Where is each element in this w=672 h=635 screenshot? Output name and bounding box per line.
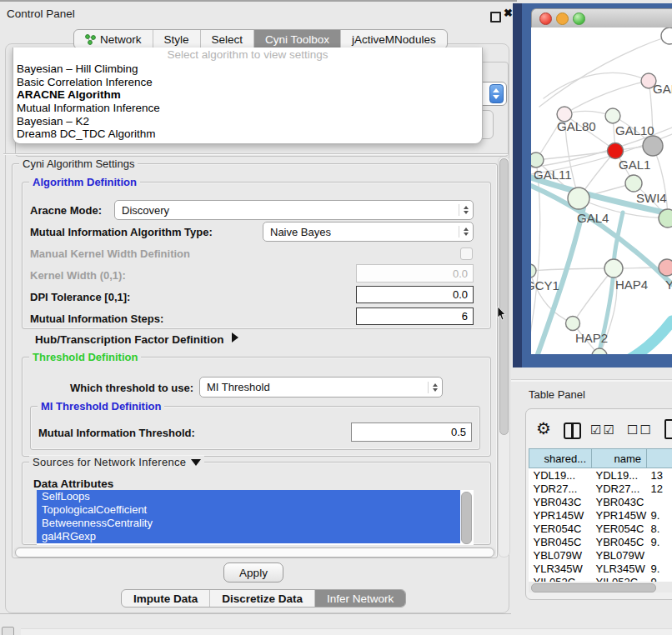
- node-GAL1[interactable]: [608, 143, 624, 159]
- attribute-list-item[interactable]: SelfLoops: [37, 490, 460, 503]
- table-column-header[interactable]: shared...: [529, 449, 592, 468]
- node-label: GAL4: [577, 211, 609, 225]
- combo-stepper-icon[interactable]: [489, 84, 504, 103]
- tab-jactivemnodules[interactable]: jActiveMNodules: [341, 30, 447, 48]
- table-row[interactable]: YPR145WYPR145W9.: [529, 508, 672, 522]
- which-threshold-value: MI Threshold: [200, 381, 428, 393]
- attribute-list-item[interactable]: gal4RGexp: [37, 530, 460, 543]
- gear-icon[interactable]: ⚙: [536, 420, 551, 437]
- network-edge: [564, 81, 649, 114]
- table-horizontal-scrollbar[interactable]: [529, 582, 672, 592]
- table-cell: YER054C: [592, 522, 647, 535]
- node-GAL10[interactable]: [605, 108, 620, 123]
- algorithm-option[interactable]: Dream8 DC_TDC Algorithm: [13, 128, 482, 141]
- checked-columns-icon[interactable]: ☑☑: [590, 422, 616, 438]
- table-cell: YBR043C: [529, 495, 592, 508]
- combo-stepper-icon: [428, 382, 442, 393]
- tab-discretize-data[interactable]: Discretize Data: [210, 590, 315, 607]
- bottom-status-strip: [21, 628, 672, 635]
- sources-title[interactable]: Sources for Network Inference: [29, 456, 204, 468]
- dpi-tolerance-field[interactable]: 0.0: [356, 286, 474, 303]
- data-attributes-list[interactable]: SelfLoopsTopologicalCoefficientBetweenne…: [37, 490, 474, 545]
- table-cell: YBR045C: [592, 535, 647, 548]
- node-HAP2[interactable]: [566, 317, 580, 331]
- node-GAL11[interactable]: [531, 152, 544, 168]
- table-row[interactable]: YLR345WYLR345W9.: [529, 562, 672, 575]
- manual-kernel-width-checkbox[interactable]: [460, 248, 473, 260]
- columns-icon[interactable]: [564, 422, 581, 439]
- list-scrollbar[interactable]: [461, 492, 472, 544]
- minimize-traffic-light-icon[interactable]: [556, 12, 569, 25]
- node-GCY1[interactable]: [531, 264, 536, 278]
- tab-label: Cyni Toolbox: [265, 33, 329, 46]
- algorithm-option[interactable]: Basic Correlation Inference: [13, 76, 482, 89]
- table-cell: YIL052C: [529, 575, 592, 582]
- algorithm-option[interactable]: Bayesian – K2: [13, 115, 482, 128]
- attribute-list-item[interactable]: TopologicalCoefficient: [37, 503, 460, 517]
- table-row[interactable]: YBR043CYBR043C: [529, 495, 672, 508]
- network-icon: [85, 34, 96, 45]
- attribute-list-item[interactable]: BetweennessCentrality: [37, 517, 460, 530]
- document-icon[interactable]: [664, 419, 672, 439]
- dpi-tolerance-label: DPI Tolerance [0,1]:: [30, 291, 130, 303]
- algorithm-option[interactable]: ARACNE Algorithm: [13, 88, 482, 102]
- table-row[interactable]: YDL19...YDL19...13: [529, 468, 672, 482]
- table-column-header[interactable]: name: [592, 449, 647, 468]
- kernel-width-field[interactable]: 0.0: [356, 264, 474, 282]
- algorithm-option[interactable]: Mutual Information Inference: [13, 102, 482, 115]
- table-cell: 9.: [647, 562, 672, 575]
- tab-select[interactable]: Select: [201, 30, 255, 48]
- node-table[interactable]: shared...name YDL19...YDL19...13YDR27...…: [529, 448, 672, 582]
- close-traffic-light-icon[interactable]: [539, 12, 552, 25]
- table-cell: [647, 495, 672, 508]
- tab-network[interactable]: Network: [74, 30, 153, 48]
- which-threshold-combobox[interactable]: MI Threshold: [199, 377, 443, 398]
- table-cell: YDR27...: [529, 482, 592, 495]
- table-row[interactable]: YDR27...YDR27...12: [529, 482, 672, 495]
- close-icon[interactable]: ✖: [504, 7, 513, 19]
- panel-divider: [511, 379, 672, 382]
- aracne-mode-combobox[interactable]: Discovery: [114, 200, 474, 220]
- node-HAP4[interactable]: [604, 259, 623, 278]
- node-right-pink[interactable]: [659, 259, 672, 276]
- vertical-scrollbar[interactable]: [498, 156, 510, 558]
- node-SWI4[interactable]: [625, 175, 642, 192]
- tab-infer-network[interactable]: Infer Network: [315, 590, 405, 607]
- network-edge: [544, 72, 649, 98]
- network-window-titlebar[interactable]: [531, 8, 672, 28]
- hub-definition-expander[interactable]: Hub/Transcription Factor Definition: [35, 333, 224, 346]
- mi-threshold-field[interactable]: 0.5: [351, 422, 472, 442]
- table-cell: YBR043C: [592, 495, 647, 508]
- node-GAL4[interactable]: [568, 188, 589, 209]
- tab-cyni-toolbox[interactable]: Cyni Toolbox: [254, 30, 341, 48]
- table-cell: YDL19...: [529, 468, 592, 482]
- network-view-canvas[interactable]: GAL7GAL80GAL10GAL1GAL11SWI4GAL4GCY1HAP4Y…: [531, 28, 672, 354]
- tab-impute-data[interactable]: Impute Data: [122, 590, 210, 607]
- table-cell: YPR145W: [592, 508, 647, 522]
- zoom-traffic-light-icon[interactable]: [573, 12, 585, 25]
- table-cell: YDR27...: [592, 482, 647, 495]
- float-window-icon[interactable]: [490, 12, 501, 22]
- unchecked-columns-icon[interactable]: ☐☐: [627, 422, 653, 438]
- algorithm-option[interactable]: Bayesian – Hill Climbing: [13, 62, 482, 76]
- mi-steps-field[interactable]: 6: [356, 308, 474, 325]
- table-row[interactable]: YBR045CYBR045C9.: [529, 535, 672, 548]
- table-row[interactable]: YBL079WYBL079W: [529, 548, 672, 562]
- kernel-width-label: Kernel Width (0,1):: [30, 269, 126, 282]
- minimized-panel-button[interactable]: [2, 627, 14, 635]
- horizontal-scrollbar[interactable]: [13, 547, 496, 558]
- mouse-cursor: [497, 307, 507, 324]
- apply-button[interactable]: Apply: [223, 562, 283, 582]
- node-unlabeled-top[interactable]: [661, 28, 672, 44]
- tab-label: Network: [100, 33, 142, 46]
- table-row[interactable]: YIL052CYIL052C9: [529, 575, 672, 582]
- table-row[interactable]: YER054CYER054C8.: [529, 522, 672, 535]
- tab-style[interactable]: Style: [153, 30, 201, 48]
- table-cell: 9: [647, 575, 672, 582]
- expander-collapsed-icon[interactable]: [232, 332, 238, 342]
- mi-algorithm-type-combobox[interactable]: Naive Bayes: [263, 222, 474, 242]
- table-column-header[interactable]: [647, 449, 672, 468]
- node-label: HAP2: [575, 331, 608, 345]
- node-gray[interactable]: [643, 136, 663, 156]
- node-right-green[interactable]: [659, 209, 672, 228]
